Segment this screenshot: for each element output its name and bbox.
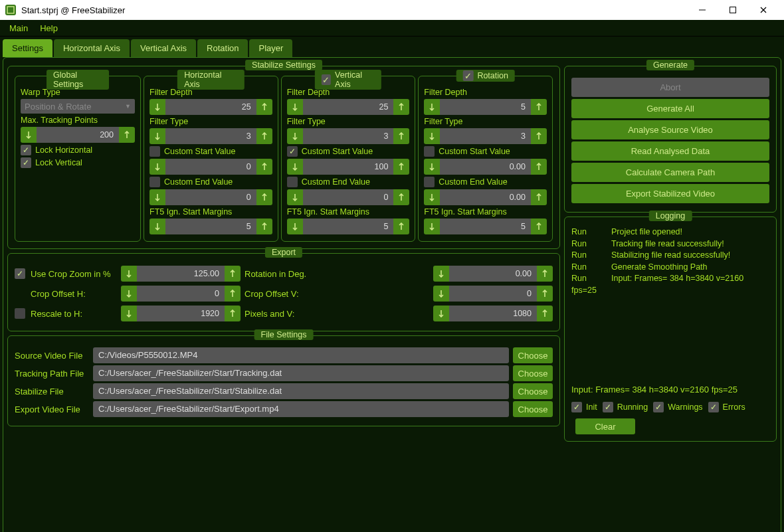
choose-tracking-button[interactable]: Choose	[513, 365, 553, 381]
custom-start-value-checkbox[interactable]: Custom Start Value	[149, 146, 272, 157]
tab-settings[interactable]: Settings	[3, 39, 52, 57]
increment-button[interactable]	[119, 127, 135, 143]
spin-input[interactable]: 5	[149, 219, 272, 234]
tab-horizontal-axis[interactable]: Horizontal Axis	[54, 39, 130, 57]
spin-input[interactable]: 0	[149, 159, 272, 175]
increment-button[interactable]	[531, 159, 547, 175]
crop-offset-h-spin[interactable]: 0	[121, 286, 241, 302]
log-init-checkbox[interactable]: Init	[571, 402, 597, 412]
decrement-button[interactable]	[287, 189, 303, 205]
rotation-deg-spin[interactable]: 0.00	[433, 266, 553, 282]
increment-button[interactable]	[393, 99, 409, 115]
rescale-v-spin[interactable]: 1080	[433, 306, 553, 321]
increment-button[interactable]	[256, 99, 272, 115]
export-stabilized-button[interactable]: Export Stabilized Video	[571, 184, 769, 203]
decrement-button[interactable]	[424, 219, 440, 234]
clear-log-button[interactable]: Clear	[575, 418, 635, 434]
decrement-button[interactable]	[424, 128, 440, 144]
menu-help[interactable]: Help	[35, 22, 63, 35]
decrement-button[interactable]	[287, 99, 303, 115]
stabilize-file-input[interactable]: C:/Users/acer_/FreeStabilizer/Start/Stab…	[93, 383, 509, 399]
choose-source-button[interactable]: Choose	[513, 347, 553, 363]
calculate-camera-path-button[interactable]: Calculate Camera Path	[571, 163, 769, 182]
spin-input[interactable]: 0	[287, 189, 410, 205]
crop-zoom-spin[interactable]: 125.00	[121, 266, 241, 282]
decrement-button[interactable]	[21, 127, 37, 143]
menu-main[interactable]: Main	[4, 22, 33, 35]
decrement-button[interactable]	[287, 159, 303, 175]
log-warnings-checkbox[interactable]: Warnings	[653, 402, 702, 412]
axis-enable-checkbox[interactable]: ✓	[322, 74, 331, 85]
increment-button[interactable]	[531, 189, 547, 205]
tab-player[interactable]: Player	[249, 39, 292, 57]
custom-start-value-checkbox[interactable]: Custom Start Value	[424, 146, 547, 157]
increment-button[interactable]	[531, 128, 547, 144]
decrement-button[interactable]	[424, 99, 440, 115]
spin-input[interactable]: 3	[287, 128, 410, 144]
increment-button[interactable]	[531, 219, 547, 234]
custom-end-value-checkbox[interactable]: Custom End Value	[149, 177, 272, 187]
tracking-path-file-input[interactable]: C:/Users/acer_/FreeStabilizer/Start/Trac…	[93, 365, 509, 381]
decrement-button[interactable]	[149, 189, 165, 205]
decrement-button[interactable]	[424, 159, 440, 175]
rescale-h-spin[interactable]: 1920	[121, 306, 241, 321]
spin-input[interactable]: 25	[149, 99, 272, 115]
close-button[interactable]	[748, 0, 779, 20]
tab-vertical-axis[interactable]: Vertical Axis	[131, 39, 196, 57]
decrement-button[interactable]	[287, 219, 303, 234]
increment-button[interactable]	[256, 189, 272, 205]
lock-horizontal-checkbox[interactable]: Lock Horizontal	[21, 145, 135, 155]
source-video-file-input[interactable]: C:/Videos/P5550012.MP4	[93, 347, 509, 363]
custom-end-value-checkbox[interactable]: Custom End Value	[424, 177, 547, 187]
use-crop-zoom-checkbox[interactable]	[15, 268, 25, 279]
read-analysed-button[interactable]: Read Analysed Data	[571, 141, 769, 161]
custom-end-value-checkbox[interactable]: Custom End Value	[287, 177, 410, 187]
rescale-checkbox[interactable]	[15, 308, 25, 319]
export-video-file-input[interactable]: C:/Users/acer_/FreeStabilizer/Start/Expo…	[93, 401, 509, 417]
crop-offset-v-spin[interactable]: 0	[433, 286, 553, 302]
lock-vertical-checkbox[interactable]: Lock Vertical	[21, 157, 135, 168]
export-video-file-label: Export Video File	[15, 404, 89, 414]
choose-export-button[interactable]: Choose	[513, 401, 553, 417]
generate-all-button[interactable]: Generate All	[571, 99, 769, 118]
spin-input[interactable]: 0	[149, 189, 272, 205]
increment-button[interactable]	[393, 128, 409, 144]
spin-input[interactable]: 0.00	[424, 189, 547, 205]
increment-button[interactable]	[393, 219, 409, 234]
custom-start-value-checkbox[interactable]: Custom Start Value	[287, 146, 410, 157]
decrement-button[interactable]	[149, 99, 165, 115]
spin-input[interactable]: 100	[287, 159, 410, 175]
analyse-source-button[interactable]: Analyse Source Video	[571, 120, 769, 139]
spin-input[interactable]: 25	[287, 99, 410, 115]
axis-enable-checkbox[interactable]: ✓	[462, 70, 473, 81]
minimize-button[interactable]	[687, 0, 718, 20]
choose-stabilize-button[interactable]: Choose	[513, 383, 553, 399]
spin-input[interactable]: 5	[424, 219, 547, 234]
log-running-checkbox[interactable]: Running	[603, 402, 648, 412]
log-errors-checkbox[interactable]: Errors	[708, 402, 745, 412]
svg-rect-0	[7, 7, 14, 13]
export-legend: Export	[265, 247, 302, 258]
max-tracking-points-spin[interactable]: 200	[21, 127, 135, 143]
decrement-button[interactable]	[149, 219, 165, 234]
global-settings-sub: Global Settings Warp Type Position & Rot…	[15, 76, 141, 242]
tab-rotation[interactable]: Rotation	[197, 39, 248, 57]
spin-input[interactable]: 3	[424, 128, 547, 144]
maximize-button[interactable]	[718, 0, 748, 20]
spin-input[interactable]: 0.00	[424, 159, 547, 175]
increment-button[interactable]	[256, 159, 272, 175]
spin-input[interactable]: 3	[149, 128, 272, 144]
decrement-button[interactable]	[149, 128, 165, 144]
increment-button[interactable]	[393, 189, 409, 205]
decrement-button[interactable]	[287, 128, 303, 144]
increment-button[interactable]	[531, 99, 547, 115]
spin-input[interactable]: 5	[287, 219, 410, 234]
warp-type-select[interactable]: Position & Rotate ▼	[21, 99, 135, 114]
tabs: Settings Horizontal Axis Vertical Axis R…	[3, 39, 781, 57]
decrement-button[interactable]	[149, 159, 165, 175]
increment-button[interactable]	[256, 128, 272, 144]
increment-button[interactable]	[393, 159, 409, 175]
spin-input[interactable]: 5	[424, 99, 547, 115]
decrement-button[interactable]	[424, 189, 440, 205]
increment-button[interactable]	[256, 219, 272, 234]
